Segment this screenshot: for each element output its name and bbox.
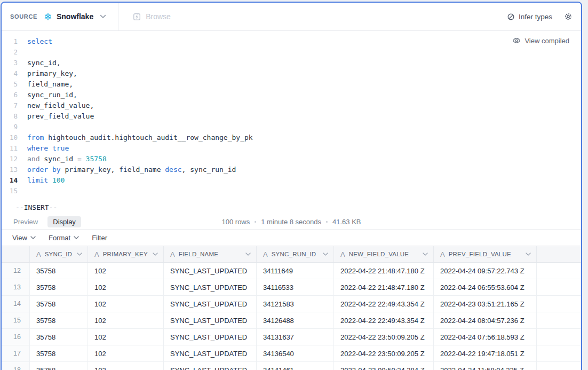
cell-new_field_value: 2022-04-22 22:49:43.354 Z (334, 296, 434, 312)
code-text: where true (18, 143, 69, 154)
code-text: select (18, 36, 52, 47)
code-line[interactable]: 4primary_key, (2, 68, 581, 79)
code-text (18, 47, 27, 58)
column-header-new_field_value[interactable]: ANEW_FIELD_VALUE (334, 246, 434, 262)
column-type-text-icon: A (340, 250, 345, 258)
line-number: 5 (2, 79, 18, 90)
divider (118, 3, 118, 30)
filter-button[interactable]: Filter (92, 234, 107, 242)
code-line[interactable]: 8prev_field_value (2, 111, 581, 122)
cell-sync_id: 35758 (30, 296, 88, 312)
column-header-primary_key[interactable]: APRIMARY_KEY (88, 246, 164, 262)
cell-sync_run_id: 34126488 (257, 312, 334, 328)
cell-sync_id: 35758 (30, 362, 88, 370)
cell-new_field_value: 2022-04-22 21:48:47.180 Z (334, 279, 434, 295)
row-count: 100 rows (222, 218, 250, 226)
table-row[interactable]: 1535758102SYNC_LAST_UPDATED341264882022-… (2, 312, 581, 329)
cell-field_name: SYNC_LAST_UPDATED (164, 263, 257, 279)
code-text: field_name, (18, 79, 73, 90)
cell-field_name: SYNC_LAST_UPDATED (164, 329, 257, 345)
line-number: 3 (2, 58, 18, 68)
cell-sync_id: 35758 (30, 263, 88, 279)
code-line[interactable]: 2 (2, 47, 581, 58)
code-text (18, 122, 27, 132)
code-line[interactable]: 12and sync_id = 35758 (2, 154, 581, 164)
code-line[interactable]: 15 (2, 186, 581, 196)
column-header-sync_id[interactable]: ASYNC_ID (30, 246, 88, 262)
separator-dot (326, 221, 328, 223)
cell-prev_field_value: 2022-04-24 06:55:53.604 Z (434, 279, 537, 295)
code-line[interactable]: 9 (2, 122, 581, 132)
result-size: 41.63 KB (332, 218, 361, 226)
column-header-sync_run_id[interactable]: ASYNC_RUN_ID (257, 246, 334, 262)
settings-gear-button[interactable] (564, 12, 573, 21)
code-line[interactable]: 1select (2, 36, 581, 47)
infer-types-label: Infer types (519, 13, 552, 21)
column-name: NEW_FIELD_VALUE (349, 251, 409, 257)
table-row[interactable]: 1435758102SYNC_LAST_UPDATED341215832022-… (2, 296, 581, 312)
cell-sync_id: 35758 (30, 329, 88, 345)
row-number: 12 (2, 263, 30, 279)
code-line[interactable]: 7new_field_value, (2, 100, 581, 111)
column-name: SYNC_ID (45, 251, 72, 257)
cell-sync_run_id: 34131637 (257, 329, 334, 345)
query-status: 100 rows 1 minute 8 seconds 41.63 KB (2, 218, 581, 226)
code-line[interactable]: 3sync_id, (2, 58, 581, 68)
chevron-down-icon (73, 253, 82, 256)
line-number: 7 (2, 100, 18, 111)
tab-preview[interactable]: Preview (8, 216, 43, 227)
results-toolbar: View Format Filter (2, 230, 581, 246)
code-line[interactable]: 14limit 100 (2, 175, 581, 186)
cell-primary_key: 102 (88, 263, 164, 279)
view-compiled-label: View compiled (525, 37, 569, 45)
code-line[interactable]: 13order by primary_key, field_name desc,… (2, 164, 581, 175)
line-number: 6 (2, 90, 18, 100)
code-line[interactable]: 5field_name, (2, 79, 581, 90)
infer-types-button[interactable]: Infer types (504, 12, 555, 21)
cell-prev_field_value: 2022-04-22 19:47:18.051 Z (434, 345, 537, 361)
source-selector-dropdown[interactable]: ❄ Snowflake (44, 12, 106, 22)
table-row[interactable]: 1835758102SYNC_LAST_UPDATED341414612022-… (2, 362, 581, 370)
table-row[interactable]: 1235758102SYNC_LAST_UPDATED341116492022-… (2, 263, 581, 279)
cell-field_name: SYNC_LAST_UPDATED (164, 345, 257, 361)
table-row[interactable]: 1635758102SYNC_LAST_UPDATED341316372022-… (2, 329, 581, 345)
row-number: 16 (2, 329, 30, 345)
line-number: 13 (2, 164, 18, 175)
cell-primary_key: 102 (88, 362, 164, 370)
code-line[interactable]: 10from hightouch_audit.hightouch_audit__… (2, 132, 581, 143)
code-text: from hightouch_audit.hightouch_audit__ro… (18, 132, 253, 143)
line-number: 15 (2, 186, 18, 196)
table-header: ASYNC_IDAPRIMARY_KEYAFIELD_NAMEASYNC_RUN… (2, 246, 581, 263)
view-menu-button[interactable]: View (12, 234, 36, 242)
column-type-text-icon: A (94, 250, 99, 258)
sql-editor[interactable]: View compiled 1select23sync_id,4primary_… (2, 31, 581, 214)
column-header-field_name[interactable]: AFIELD_NAME (164, 246, 257, 262)
cell-new_field_value: 2022-04-22 23:50:09.205 Z (334, 345, 434, 361)
table-body: 1235758102SYNC_LAST_UPDATED341116492022-… (2, 263, 581, 370)
format-menu-button[interactable]: Format (49, 234, 79, 242)
table-row[interactable]: 1335758102SYNC_LAST_UPDATED341165332022-… (2, 279, 581, 296)
results-table: ASYNC_IDAPRIMARY_KEYAFIELD_NAMEASYNC_RUN… (2, 246, 581, 370)
code-lines: 1select23sync_id,4primary_key,5field_nam… (2, 36, 581, 196)
cell-sync_run_id: 34116533 (257, 279, 334, 295)
cell-sync_run_id: 34136540 (257, 345, 334, 361)
column-header-prev_field_value[interactable]: APREV_FIELD_VALUE (434, 246, 537, 262)
source-bar: SOURCE ❄ Snowflake Browse Infer types (2, 3, 581, 31)
browse-button[interactable]: Browse (129, 12, 174, 22)
view-compiled-button[interactable]: View compiled (509, 36, 573, 45)
cell-new_field_value: 2022-04-22 22:49:43.354 Z (334, 312, 434, 328)
code-line[interactable]: 6sync_run_id, (2, 90, 581, 100)
results-tabs-row: 100 rows 1 minute 8 seconds 41.63 KB Pre… (2, 214, 581, 230)
column-name: FIELD_NAME (179, 251, 219, 257)
code-text: and sync_id = 35758 (18, 154, 107, 164)
cell-primary_key: 102 (88, 296, 164, 312)
cell-field_name: SYNC_LAST_UPDATED (164, 362, 257, 370)
table-row[interactable]: 1735758102SYNC_LAST_UPDATED341365402022-… (2, 345, 581, 362)
cell-new_field_value: 2022-04-22 21:48:47.180 Z (334, 263, 434, 279)
tab-display[interactable]: Display (47, 216, 81, 227)
code-line[interactable]: 11where true (2, 143, 581, 154)
cell-sync_run_id: 34121583 (257, 296, 334, 312)
line-number: 10 (2, 132, 18, 143)
row-number: 17 (2, 345, 30, 361)
column-type-text-icon: A (170, 250, 175, 258)
